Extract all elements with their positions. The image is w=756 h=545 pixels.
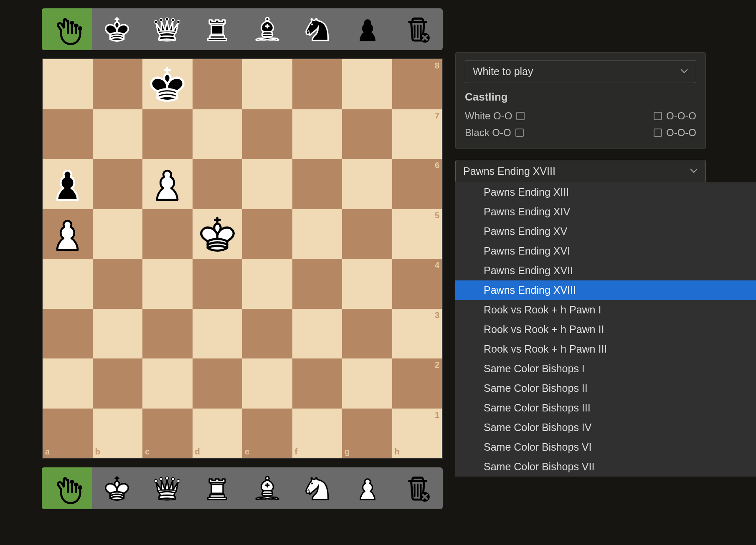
trash-tool[interactable] (393, 467, 443, 509)
position-option[interactable]: Rook vs Rook + h Pawn I (455, 300, 756, 320)
white-rook-tool[interactable] (192, 467, 242, 509)
square-d2[interactable] (193, 358, 243, 409)
white-knight-tool[interactable] (292, 467, 342, 509)
square-c4[interactable] (142, 259, 193, 309)
square-c1[interactable]: c (142, 409, 193, 459)
black-pawn-tool[interactable] (342, 8, 393, 50)
square-h8[interactable]: 8 (392, 59, 442, 109)
square-c5[interactable] (142, 209, 193, 259)
square-b1[interactable]: b (93, 409, 143, 459)
square-g1[interactable]: g (342, 409, 392, 459)
square-b2[interactable] (93, 358, 143, 409)
white-castle-short[interactable]: White O-O (465, 110, 525, 122)
square-a6[interactable] (43, 159, 93, 209)
square-b8[interactable] (93, 59, 143, 109)
black-knight-tool[interactable] (292, 8, 342, 50)
square-g5[interactable] (342, 209, 392, 259)
white-queen-tool[interactable] (142, 467, 192, 509)
square-h4[interactable]: 4 (392, 259, 442, 309)
white-bishop-tool[interactable] (242, 467, 292, 509)
position-option[interactable]: Same Color Bishops I (455, 359, 756, 378)
square-e2[interactable] (242, 358, 292, 409)
square-c3[interactable] (142, 309, 193, 359)
square-h6[interactable]: 6 (392, 159, 442, 209)
position-select[interactable]: Pawns Ending XVIII (455, 160, 706, 183)
square-b3[interactable] (93, 309, 143, 359)
square-f6[interactable] (292, 159, 342, 209)
square-g4[interactable] (342, 259, 392, 309)
square-e8[interactable] (242, 59, 292, 109)
square-c8[interactable] (142, 59, 193, 109)
square-a7[interactable] (43, 109, 93, 159)
square-g6[interactable] (342, 159, 392, 209)
square-d5[interactable] (193, 209, 243, 259)
white-king-tool[interactable] (92, 467, 142, 509)
white-pawn-icon[interactable] (46, 212, 89, 256)
position-option[interactable]: Pawns Ending XV (455, 222, 756, 241)
square-b4[interactable] (93, 259, 143, 309)
white-king-icon[interactable] (195, 212, 239, 256)
square-g2[interactable] (342, 358, 392, 409)
square-c7[interactable] (142, 109, 193, 159)
square-h7[interactable]: 7 (392, 109, 442, 159)
square-e5[interactable] (242, 209, 292, 259)
black-queen-tool[interactable] (142, 8, 192, 50)
square-c6[interactable] (142, 159, 193, 209)
square-e1[interactable]: e (242, 409, 292, 459)
pointer-tool[interactable] (42, 467, 92, 509)
square-h2[interactable]: 2 (392, 358, 442, 409)
square-g7[interactable] (342, 109, 392, 159)
black-king-tool[interactable] (92, 8, 142, 50)
square-d7[interactable] (193, 109, 243, 159)
square-e7[interactable] (242, 109, 292, 159)
position-option[interactable]: Same Color Bishops VII (455, 457, 756, 477)
square-c2[interactable] (142, 358, 193, 409)
square-a2[interactable] (43, 358, 93, 409)
white-castle-long[interactable]: O-O-O (654, 110, 696, 122)
black-rook-tool[interactable] (192, 8, 242, 50)
position-option[interactable]: Pawns Ending XVIII (455, 280, 756, 300)
square-h5[interactable]: 5 (392, 209, 442, 259)
square-a8[interactable] (43, 59, 93, 109)
square-f3[interactable] (292, 309, 342, 359)
square-d8[interactable] (193, 59, 243, 109)
black-castle-long[interactable]: O-O-O (654, 127, 696, 139)
square-f8[interactable] (292, 59, 342, 109)
pointer-tool[interactable] (42, 8, 92, 50)
position-option[interactable]: Rook vs Rook + h Pawn II (455, 320, 756, 339)
position-option[interactable]: Pawns Ending XVI (455, 241, 756, 261)
square-f7[interactable] (292, 109, 342, 159)
square-g8[interactable] (342, 59, 392, 109)
square-b5[interactable] (93, 209, 143, 259)
turn-select[interactable]: White to play (465, 60, 696, 83)
square-e6[interactable] (242, 159, 292, 209)
square-f5[interactable] (292, 209, 342, 259)
square-h3[interactable]: 3 (392, 309, 442, 359)
position-option[interactable]: Pawns Ending XIII (455, 182, 756, 202)
position-option[interactable]: Same Color Bishops III (455, 398, 756, 418)
position-option[interactable]: Same Color Bishops II (455, 378, 756, 398)
black-bishop-tool[interactable] (242, 8, 292, 50)
square-e4[interactable] (242, 259, 292, 309)
position-option[interactable]: Pawns Ending XIV (455, 202, 756, 222)
square-a1[interactable]: a (43, 409, 93, 459)
square-d6[interactable] (193, 159, 243, 209)
black-king-icon[interactable] (145, 62, 189, 106)
square-a3[interactable] (43, 309, 93, 359)
square-f4[interactable] (292, 259, 342, 309)
square-d1[interactable]: d (193, 409, 243, 459)
white-pawn-tool[interactable] (342, 467, 393, 509)
position-option[interactable]: Same Color Bishops IV (455, 418, 756, 437)
position-option[interactable]: Same Color Bishops VI (455, 437, 756, 457)
square-a5[interactable] (43, 209, 93, 259)
black-pawn-icon[interactable] (46, 162, 89, 206)
square-g3[interactable] (342, 309, 392, 359)
square-b6[interactable] (93, 159, 143, 209)
square-d4[interactable] (193, 259, 243, 309)
position-option[interactable]: Pawns Ending XVII (455, 261, 756, 280)
square-h1[interactable]: 1h (392, 409, 442, 459)
position-option[interactable]: Rook vs Rook + h Pawn III (455, 339, 756, 359)
white-pawn-icon[interactable] (145, 162, 189, 206)
square-e3[interactable] (242, 309, 292, 359)
square-f2[interactable] (292, 358, 342, 409)
